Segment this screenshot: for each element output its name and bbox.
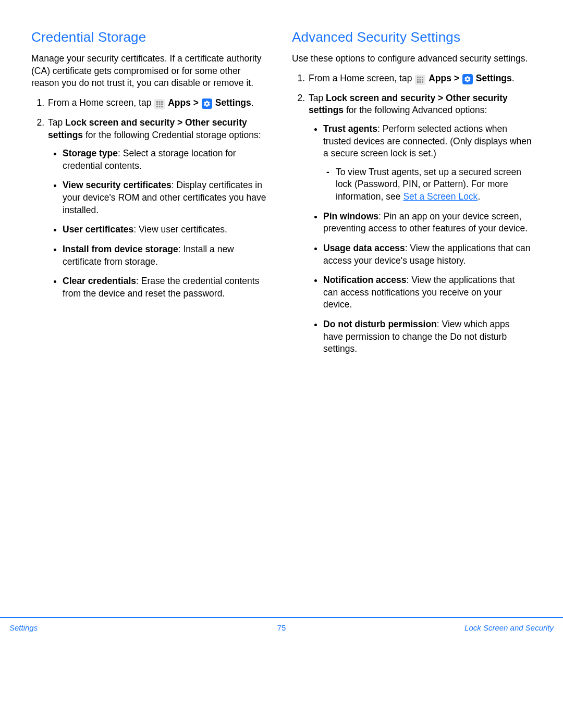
step-text: From a Home screen, tap [48, 97, 154, 108]
step-text: From a Home screen, tap [309, 73, 414, 83]
advanced-security-intro: Use these options to configure advanced … [292, 53, 532, 65]
advanced-steps: From a Home screen, tap Apps > Settings.… [292, 72, 532, 355]
trust-agents-note: To view Trust agents, set up a secured s… [336, 166, 532, 203]
option-install-storage: Install from device storage: Install a n… [63, 243, 271, 268]
option-clear-credentials: Clear credentials: Erase the credential … [63, 275, 271, 300]
gt-separator: > [191, 97, 201, 108]
apps-icon [415, 75, 425, 85]
credential-options: Storage type: Select a storage location … [48, 147, 271, 300]
credential-step-2: Tap Lock screen and security > Other sec… [47, 117, 271, 300]
manual-page: Credential Storage Manage your security … [0, 0, 563, 728]
gt-separator: > [451, 73, 462, 83]
settings-icon [462, 74, 473, 84]
footer-right: Lock Screen and Security [464, 623, 554, 632]
option-term: Install from device storage [63, 244, 178, 254]
option-storage-type: Storage type: Select a storage location … [63, 147, 271, 172]
option-notification-access: Notification access: View the applicatio… [323, 274, 532, 311]
option-view-certs: View security certificates: Display cert… [63, 179, 271, 216]
option-pin-windows: Pin windows: Pin an app on your device s… [323, 211, 532, 235]
option-term: Trust agents [323, 124, 377, 134]
option-dnd-permission: Do not disturb permission: View which ap… [323, 318, 532, 355]
page-footer: Settings 75 Lock Screen and Security [0, 617, 563, 632]
left-column: Credential Storage Manage your security … [31, 29, 271, 363]
step-dot: . [251, 97, 254, 108]
advanced-options: Trust agents: Perform selected actions w… [309, 123, 532, 355]
option-trust-agents: Trust agents: Perform selected actions w… [323, 123, 532, 203]
footer-left: Settings [9, 623, 38, 632]
credential-storage-heading: Credential Storage [31, 29, 271, 45]
option-term: Notification access [323, 275, 407, 285]
sub-dot: . [478, 191, 480, 202]
trust-agents-sub: To view Trust agents, set up a secured s… [323, 166, 532, 203]
step-dot: . [512, 73, 515, 83]
apps-icon [154, 99, 165, 109]
option-term: User certificates [63, 224, 133, 235]
credential-step-1: From a Home screen, tap Apps > Settings. [47, 97, 271, 109]
page-number: 75 [277, 623, 286, 632]
option-term: Usage data access [323, 243, 405, 253]
option-term: Do not disturb permission [323, 319, 437, 329]
step-text: for the following Credential storage opt… [83, 130, 261, 140]
option-user-certs: User certificates: View user certificate… [63, 224, 271, 236]
advanced-step-2: Tap Lock screen and security > Other sec… [308, 92, 532, 355]
apps-label: Apps [168, 97, 191, 108]
option-desc: : View user certificates. [133, 224, 227, 235]
two-column-layout: Credential Storage Manage your security … [31, 29, 532, 363]
credential-steps: From a Home screen, tap Apps > Settings.… [31, 97, 271, 300]
option-term: Pin windows [323, 211, 378, 221]
step-text: Tap [309, 93, 326, 103]
advanced-security-heading: Advanced Security Settings [292, 29, 532, 45]
option-term: View security certificates [63, 180, 172, 190]
settings-label: Settings [215, 97, 251, 108]
right-column: Advanced Security Settings Use these opt… [292, 29, 532, 363]
option-usage-data: Usage data access: View the applications… [323, 242, 532, 267]
advanced-step-1: From a Home screen, tap Apps > Settings. [308, 72, 532, 85]
step-text: for the following Advanced options: [344, 105, 487, 115]
settings-label: Settings [476, 73, 512, 83]
option-term: Storage type [63, 148, 118, 158]
settings-icon [202, 98, 212, 109]
step-text: Tap [48, 117, 65, 128]
option-term: Clear credentials [63, 276, 136, 286]
apps-label: Apps [429, 73, 451, 83]
set-screen-lock-link[interactable]: Set a Screen Lock [403, 191, 478, 202]
credential-storage-intro: Manage your security certificates. If a … [31, 53, 271, 90]
